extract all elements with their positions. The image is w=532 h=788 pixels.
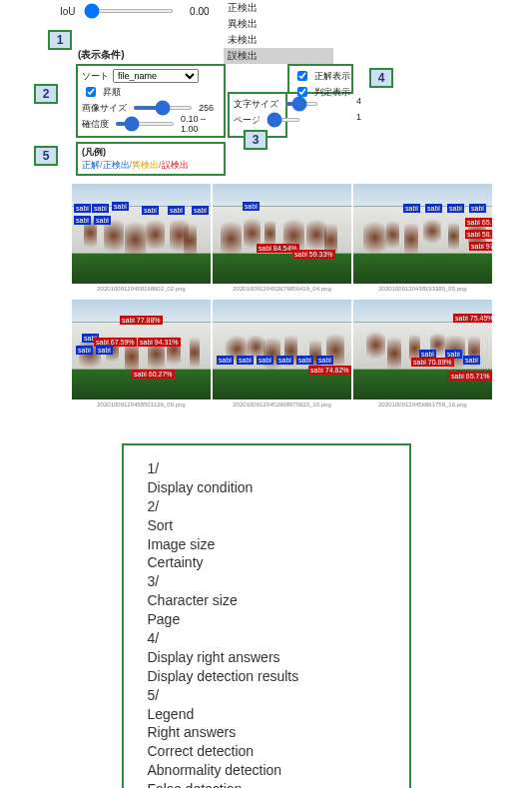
result-listbox[interactable]: 正検出 異検出 未検出 誤検出 [224,0,333,64]
legend-line: 正解/正検出/異検出/誤検出 [82,159,220,172]
annotation-2: 2 [34,84,58,104]
detection-label: sabi 70.89% [411,358,454,367]
thumbnail-caption: 20201009120456861758_16.png [353,399,492,413]
gt-label: sabi [296,356,313,365]
legend-title: (凡例) [82,146,220,159]
legend-box-line: False detection [148,780,385,788]
charsize-slider[interactable] [284,102,318,106]
thumbnail-caption: 20201009120452968975920_10.png [213,399,351,413]
legend-correct: 正解 [82,160,100,170]
disp-correct-label: 正解表示 [314,70,350,83]
disp-correct-checkbox[interactable] [297,71,307,81]
legend-box-line: Abnormality detection [148,761,385,780]
sort-select[interactable]: file_name [113,69,199,83]
certainty-slider[interactable] [115,122,175,126]
detection-label: sabi 75.45% [453,314,492,323]
group-4-display-toggles: 正解表示 判定表示 [287,64,353,94]
legend-box-line: Sort [148,516,385,535]
thumbnail-caption: 20201009120452679850419_04.png [213,284,351,298]
gt-label: sabi [74,216,91,225]
disp-detect-label: 判定表示 [314,86,350,99]
group-2-sort-size-certainty: ソート file_name 昇順 画像サイズ 256 確信度 0.10 – 1.… [76,64,226,138]
legend-detect: 正検出 [103,160,130,170]
gt-label: sabi [463,356,480,365]
result-item-3[interactable]: 誤検出 [224,48,333,64]
annotation-4: 4 [369,68,393,88]
gt-label: sabi [76,346,93,355]
legend-box-line: Legend [148,705,385,724]
result-item-0[interactable]: 正検出 [224,0,333,16]
legend-box-line: 1/ [148,459,385,478]
gt-label: sabi [316,356,333,365]
legend-abnormal: 異検出 [132,160,159,170]
detection-label: sabi 65.34% [465,218,492,227]
page-label: ページ [234,114,261,127]
thumbnail-grid: sabisabisabisabisabisabisabisabi20201009… [0,184,532,413]
legend-false: 誤検出 [162,160,189,170]
legend-box-line: Display right answers [148,648,385,667]
legend-box-line: 4/ [148,629,385,648]
detection-label: sabi 94.31% [138,338,181,347]
gt-label: sabi [96,346,113,355]
disp-detect-checkbox[interactable] [297,87,307,97]
legend-box-line: 3/ [148,572,385,591]
detection-label: sabi 59.33% [292,250,335,259]
legend-box-line: Correct detection [148,742,385,761]
annotation-3: 3 [244,130,267,150]
annotation-1: 1 [48,30,72,50]
legend-translation-box: 1/Display condition2/SortImage sizeCerta… [122,443,411,788]
page-slider[interactable] [266,118,300,122]
result-item-2[interactable]: 未検出 [224,32,333,48]
gt-label: sabi [237,356,254,365]
gt-label: sabi [192,206,209,215]
imgsize-value: 256 [199,103,214,113]
detection-label: sabi 58.77% [465,230,492,239]
gt-label: sabi [168,206,185,215]
detection-label: sabi 65.71% [449,372,492,381]
detection-label: sabi 97.93% [469,242,492,251]
charsize-label: 文字サイズ [234,98,278,111]
gt-label: sabi [447,204,464,213]
annotation-5: 5 [34,146,58,166]
thumbnail[interactable]: sabi 77.88%sabisabi 67.59%sabi 94.31%sab… [72,300,211,399]
result-item-1[interactable]: 異検出 [224,16,333,32]
thumbnail-caption: 20201009120458501126_09.png [72,399,211,413]
iou-value: 0.00 [182,6,210,17]
legend-box-line: Certainty [148,553,385,572]
detection-label: sabi 77.88% [120,316,163,325]
thumbnail[interactable]: sabisabisabisabisabisabisabisabi [72,184,211,284]
sort-desc-checkbox[interactable] [86,87,96,97]
gt-label: sabi [425,204,442,213]
gt-label: sabi [74,204,91,213]
sort-desc-label: 昇順 [103,86,121,99]
legend-box-line: Display detection results [148,667,385,686]
group-5-legend: (凡例) 正解/正検出/異検出/誤検出 [76,142,226,176]
imgsize-label: 画像サイズ [82,102,127,115]
legend-box-line: 5/ [148,686,385,705]
legend-box-line: Right answers [148,723,385,742]
thumbnail-caption: 20201009120438193385_05.png [353,284,492,298]
gt-label: sabi [403,204,420,213]
legend-box-line: Display condition [148,478,385,497]
gt-label: sabi [217,356,234,365]
legend-box-line: Image size [148,535,385,554]
thumbnail[interactable]: sabisabisabisabisabi 65.34%sabi 58.77%sa… [353,184,492,284]
iou-label: IoU [60,6,76,17]
thumbnail[interactable]: sabi 75.45%sabisabisabi 70.89%sabisabi 6… [353,300,492,399]
gt-label: sabi [469,204,486,213]
imgsize-slider[interactable] [133,106,193,110]
detection-label: sabi 74.82% [308,366,351,375]
legend-box-line: Page [148,610,385,629]
page-value: 1 [331,112,361,122]
thumbnail[interactable]: sabisabisabisabisabisabisabi 74.82% [213,300,351,399]
gt-label: sabi [276,356,293,365]
detection-label: sabi 60.27% [132,370,175,379]
sort-label: ソート [82,70,109,83]
gt-label: sabi [257,356,273,365]
gt-label: sabi [112,202,129,211]
gt-label: sabi [243,202,260,211]
certainty-range: 0.10 – 1.00 [181,114,220,134]
iou-slider[interactable] [84,9,174,13]
certainty-label: 確信度 [82,118,109,131]
thumbnail[interactable]: sabisabi 84.54%sabi 59.33% [213,184,351,284]
